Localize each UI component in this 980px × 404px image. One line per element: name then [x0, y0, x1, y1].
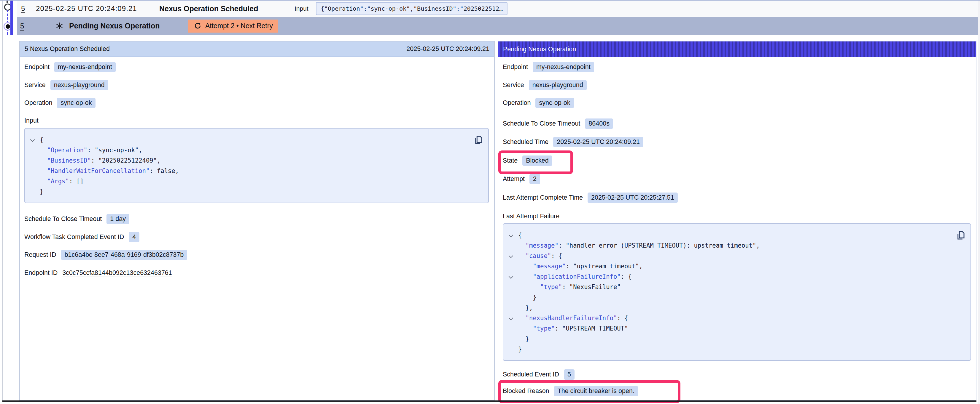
code-line: "type": "NexusFailure" [508, 282, 966, 292]
pending-nexus-operation-panel: Pending Nexus Operation Endpoint my-nexu… [498, 41, 977, 401]
code-text: "cause": { [518, 252, 562, 260]
field-label: Input [24, 117, 38, 124]
event-row-pending-nexus-operation[interactable]: 5 Pending Nexus Operation Attempt 2 • Ne… [17, 17, 978, 35]
selected-event-indicator-bar [10, 1, 13, 35]
collapse-chevron-icon[interactable] [508, 275, 518, 278]
endpoint-id-link[interactable]: 3c0c75ccfa8144b092c13ce632463761 [62, 269, 172, 277]
field-blocked-reason: Blocked Reason The circuit breaker is op… [503, 385, 638, 397]
collapse-chevron-icon[interactable] [30, 138, 40, 141]
code-text: "Operation": "sync-op-ok", [40, 147, 142, 154]
code-line: "message": "upstream timeout", [508, 261, 966, 271]
field-value-chip: 5 [564, 369, 574, 380]
collapse-chevron-icon[interactable] [508, 316, 518, 320]
right-panel-header: Pending Nexus Operation [498, 41, 976, 57]
code-text: "type": "UPSTREAM_TIMEOUT" [518, 325, 628, 332]
field-label: Scheduled Event ID [503, 371, 559, 378]
field-label: Operation [503, 99, 531, 107]
field-label: Schedule To Close Timeout [503, 120, 580, 127]
state-value-chip: Blocked [522, 155, 552, 166]
field-operation: Operation sync-op-ok [503, 97, 574, 109]
field-request-id: Request ID b1c6a4bc-8ee7-468a-9169-df3b0… [24, 249, 187, 261]
last-attempt-failure-json-block: { "message": "handler error (UPSTREAM_TI… [503, 223, 971, 361]
field-label: Endpoint [503, 63, 528, 71]
field-label: Schedule To Close Timeout [24, 215, 102, 223]
field-label: Endpoint ID [24, 269, 57, 277]
code-text: } [40, 188, 43, 195]
code-text: { [518, 231, 522, 239]
event-title: Nexus Operation Scheduled [159, 1, 258, 17]
pending-title: Pending Nexus Operation [69, 17, 160, 35]
left-panel-header: 5 Nexus Operation Scheduled 2025-02-25 U… [20, 41, 494, 57]
retry-badge[interactable]: Attempt 2 • Next Retry [188, 17, 278, 35]
code-text: "applicationFailureInfo": { [518, 273, 632, 280]
blocked-reason-chip: The circuit breaker is open. [554, 386, 638, 396]
field-value-chip: my-nexus-endpoint [54, 62, 116, 72]
code-text: "Args": [] [40, 178, 84, 185]
field-label: Service [503, 81, 524, 89]
field-value-chip: 2 [530, 174, 540, 184]
section-bottom-border [2, 401, 977, 402]
input-json-block: { "Operation": "sync-op-ok", "BusinessID… [24, 128, 489, 203]
field-attempt: Attempt 2 [503, 173, 540, 185]
field-label: Service [24, 81, 46, 89]
timeline-rail [2, 1, 3, 401]
field-service: Service nexus-playground [24, 79, 108, 91]
copy-icon[interactable] [473, 135, 484, 146]
code-text: }, [518, 304, 533, 311]
code-line: } [508, 292, 966, 303]
code-line: "Args": [] [30, 176, 484, 186]
field-service: Service nexus-playground [503, 79, 587, 91]
field-label: Endpoint [24, 63, 49, 71]
field-label: Request ID [24, 251, 56, 258]
copy-icon[interactable] [955, 230, 966, 241]
field-value-chip: sync-op-ok [57, 98, 95, 108]
field-operation: Operation sync-op-ok [24, 97, 95, 109]
event-input-preview-chip[interactable]: {"Operation":"sync-op-ok","BusinessID":"… [316, 1, 508, 17]
timeline-tick [6, 1, 8, 3]
field-input-label: Input [24, 114, 38, 127]
field-schedule-to-close-timeout: Schedule To Close Timeout 86400s [503, 117, 613, 130]
code-line: "type": "UPSTREAM_TIMEOUT" [508, 323, 966, 334]
scrollbar-track[interactable] [978, 1, 980, 404]
field-value-chip: nexus-playground [529, 80, 587, 90]
field-last-attempt-complete-time: Last Attempt Complete Time 2025-02-25 UT… [503, 191, 678, 204]
code-line: "nexusHandlerFailureInfo": { [508, 313, 966, 323]
code-text: } [518, 335, 529, 342]
collapse-chevron-icon[interactable] [508, 233, 518, 237]
event-id-link[interactable]: 5 [21, 1, 25, 17]
code-line: } [508, 334, 966, 344]
field-label: Workflow Task Completed Event ID [24, 233, 124, 241]
field-state: State Blocked [503, 154, 552, 167]
code-line: { [30, 135, 484, 145]
pending-id-link[interactable]: 5 [20, 17, 24, 35]
code-line: } [508, 344, 966, 354]
field-value-chip: 2025-02-25 UTC 20:25:27.51 [588, 193, 678, 203]
retry-badge-label: Attempt 2 • Next Retry [205, 22, 273, 30]
field-label: Operation [24, 99, 52, 107]
event-row-nexus-operation-scheduled[interactable]: 5 2025-02-25 UTC 20:24:09.21 Nexus Opera… [17, 1, 978, 17]
field-value-chip: 4 [129, 232, 139, 242]
event-detail-panel-scheduled: 5 Nexus Operation Scheduled 2025-02-25 U… [19, 41, 495, 401]
code-text: } [518, 294, 536, 301]
code-text: "message": "handler error (UPSTREAM_TIME… [518, 242, 760, 249]
code-line: "BusinessID": "20250225122409", [30, 155, 484, 166]
field-last-attempt-failure-label: Last Attempt Failure [503, 210, 559, 222]
code-line: }, [508, 303, 966, 313]
field-schedule-to-close-timeout: Schedule To Close Timeout 1 day [24, 213, 129, 225]
code-text: "BusinessID": "20250225122409", [40, 157, 161, 164]
field-endpoint-id: Endpoint ID 3c0c75ccfa8144b092c13ce63246… [24, 266, 172, 279]
code-line: "applicationFailureInfo": { [508, 271, 966, 282]
pending-asterisk-icon [56, 17, 64, 35]
collapse-chevron-icon[interactable] [508, 254, 518, 257]
field-endpoint: Endpoint my-nexus-endpoint [503, 61, 594, 73]
field-endpoint: Endpoint my-nexus-endpoint [24, 61, 116, 73]
code-text: "nexusHandlerFailureInfo": { [518, 315, 628, 322]
code-line: { [508, 230, 966, 240]
field-label: Last Attempt Complete Time [503, 194, 583, 201]
code-text: "HandlerWaitForCancellation": false, [40, 167, 179, 174]
field-label: Last Attempt Failure [503, 213, 559, 220]
code-line: "message": "handler error (UPSTREAM_TIME… [508, 240, 966, 250]
field-label: Scheduled Time [503, 138, 549, 146]
retry-icon [194, 22, 202, 30]
field-value-chip: nexus-playground [51, 80, 108, 90]
